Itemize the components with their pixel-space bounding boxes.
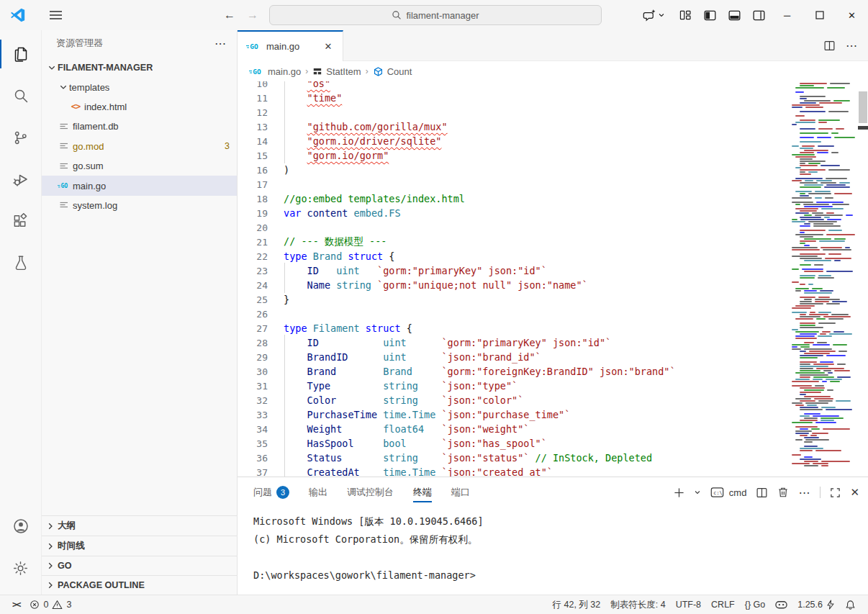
terminal[interactable]: Microsoft Windows [版本 10.0.19045.6466](c… — [238, 507, 868, 595]
code-editor[interactable]: 10 "os"11 "time"12 13 "github.com/gorill… — [238, 81, 868, 477]
minimize-button[interactable]: ─ — [771, 0, 803, 30]
toggle-secondary-sidebar-icon[interactable] — [746, 4, 771, 26]
tree-item-filament-db[interactable]: filament.db — [42, 117, 237, 136]
file-label: main.go — [73, 181, 106, 191]
close-window-button[interactable]: ✕ — [836, 0, 868, 30]
tab-label: main.go — [266, 41, 316, 52]
code-line-22: 22type Brand struct { — [238, 249, 868, 263]
terminal-profile-chevron-icon[interactable] — [694, 489, 701, 496]
line-number: 33 — [238, 410, 268, 420]
split-editor-icon[interactable] — [823, 40, 836, 52]
tree-item-go-mod[interactable]: go.mod3 — [42, 137, 237, 156]
problems-status[interactable]: 0 3 — [24, 595, 76, 614]
status-language-mode[interactable]: {} Go — [740, 600, 771, 610]
toggle-panel-icon[interactable] — [722, 4, 746, 26]
terminal-profile-label[interactable]: cmd — [729, 487, 747, 498]
tree-item-index-html[interactable]: <>index.html — [42, 97, 237, 117]
panel-tab-调试控制台[interactable]: 调试控制台 — [347, 477, 394, 507]
maximize-panel-icon[interactable] — [830, 487, 841, 498]
status-notifications[interactable] — [840, 600, 861, 610]
cmd-profile-icon: c:\ — [710, 487, 724, 498]
status-eol[interactable]: CRLF — [706, 600, 740, 610]
source-control-icon — [12, 130, 29, 146]
terminal-line: (c) Microsoft Corporation。保留所有权利。 — [253, 531, 868, 548]
line-number: 23 — [238, 266, 268, 276]
account-icon — [12, 518, 30, 535]
more-actions-icon[interactable]: ⋯ — [214, 37, 227, 50]
status-cursor-position[interactable]: 行 42, 列 32 — [548, 599, 606, 611]
code-line-19: 19var content embed.FS — [238, 206, 868, 220]
customize-layout-icon[interactable] — [673, 4, 697, 26]
file-label: templates — [69, 82, 109, 93]
activitybar-item-search[interactable] — [0, 75, 42, 117]
status-copilot[interactable] — [770, 600, 792, 610]
editor-more-actions-icon[interactable]: ⋯ — [846, 39, 858, 53]
back-arrow-icon[interactable]: ← — [220, 6, 239, 24]
kill-terminal-icon[interactable] — [777, 487, 789, 498]
code-line-20: 20 — [238, 220, 868, 235]
remote-indicator[interactable]: >< — [7, 595, 24, 614]
tree-item-go-sum[interactable]: go.sum — [42, 156, 237, 176]
breadcrumb-item-main-go[interactable]: GOmain.go — [249, 66, 301, 77]
activitybar-item-account[interactable] — [0, 505, 42, 547]
activitybar-item-source-control[interactable] — [0, 117, 42, 158]
sidebar-section-时间线[interactable]: 时间线 — [42, 536, 237, 555]
code-line-33: 33 PurchaseTime time.Time `json:"purchas… — [238, 407, 868, 422]
tree-item-templates[interactable]: templates — [42, 77, 237, 96]
line-number: 22 — [238, 251, 268, 262]
line-number: 35 — [238, 438, 268, 449]
activitybar-item-settings[interactable] — [0, 547, 42, 589]
forward-arrow-icon[interactable]: → — [243, 6, 262, 24]
close-panel-icon[interactable]: ✕ — [850, 486, 859, 499]
menu-icon[interactable] — [43, 4, 68, 26]
run-debug-icon — [12, 171, 30, 188]
tree-item-filament-manager[interactable]: FILAMENT-MANAGER — [42, 58, 237, 77]
breadcrumb-item-statitem[interactable]: StatItem — [312, 66, 361, 77]
panel-tab-输出[interactable]: 输出 — [309, 477, 327, 507]
panel-tab-问题[interactable]: 问题3 — [253, 477, 289, 507]
explorer-icon — [12, 45, 30, 63]
code-line-37: 37 CreatedAt time.Time `json:"created_at… — [238, 465, 868, 477]
minimap[interactable] — [792, 81, 858, 477]
status-indentation[interactable]: 制表符长度: 4 — [605, 599, 670, 611]
tree-item-main-go[interactable]: GOmain.go — [42, 176, 237, 195]
activitybar-item-extensions[interactable] — [0, 200, 42, 242]
code-line-10: 10 "os" — [238, 81, 868, 91]
line-number: 31 — [238, 381, 268, 392]
chevron-down-icon — [46, 63, 58, 72]
tab-main-go[interactable]: GO main.go ✕ — [238, 30, 343, 61]
editor-scrollbar[interactable] — [858, 81, 868, 477]
copilot-chat-button[interactable] — [641, 4, 666, 26]
new-terminal-icon[interactable] — [674, 487, 684, 498]
activitybar-item-explorer[interactable] — [0, 33, 42, 75]
panel-tab-终端[interactable]: 终端 — [413, 477, 432, 507]
bell-icon — [845, 600, 856, 610]
chevron-right-icon — [46, 561, 55, 570]
terminal-line: Microsoft Windows [版本 10.0.19045.6466] — [253, 513, 868, 531]
code-line-25: 25} — [238, 292, 868, 307]
tab-close-icon[interactable]: ✕ — [321, 40, 335, 54]
scrollbar-thumb[interactable] — [859, 91, 867, 123]
code-line-17: 17 — [238, 177, 868, 191]
tree-item-system-log[interactable]: system.log — [42, 196, 237, 215]
maximize-button[interactable] — [803, 0, 836, 30]
activitybar-item-run-debug[interactable] — [0, 158, 42, 200]
file-label: index.html — [84, 101, 127, 112]
toggle-primary-sidebar-icon[interactable] — [697, 4, 722, 26]
status-go-version[interactable]: 1.25.6 — [792, 600, 840, 610]
file-label: system.log — [73, 200, 117, 211]
status-encoding[interactable]: UTF-8 — [671, 600, 706, 610]
search-icon — [12, 87, 30, 104]
panel-tab-端口[interactable]: 端口 — [451, 477, 470, 507]
panel-more-actions-icon[interactable]: ⋯ — [798, 486, 810, 500]
file-tree: FILAMENT-MANAGERtemplates<>index.htmlfil… — [42, 56, 237, 515]
search-box[interactable]: filament-manager — [269, 5, 602, 25]
split-terminal-icon[interactable] — [756, 487, 768, 499]
breadcrumb-item-count[interactable]: Count — [373, 66, 412, 77]
activitybar-item-testing[interactable] — [0, 242, 42, 284]
sidebar-section-大纲[interactable]: 大纲 — [42, 516, 237, 536]
line-number: 14 — [238, 136, 268, 147]
sidebar-section-go[interactable]: GO — [42, 556, 237, 575]
sidebar-section-package-outline[interactable]: PACKAGE OUTLINE — [42, 575, 237, 595]
line-number: 19 — [238, 208, 268, 219]
